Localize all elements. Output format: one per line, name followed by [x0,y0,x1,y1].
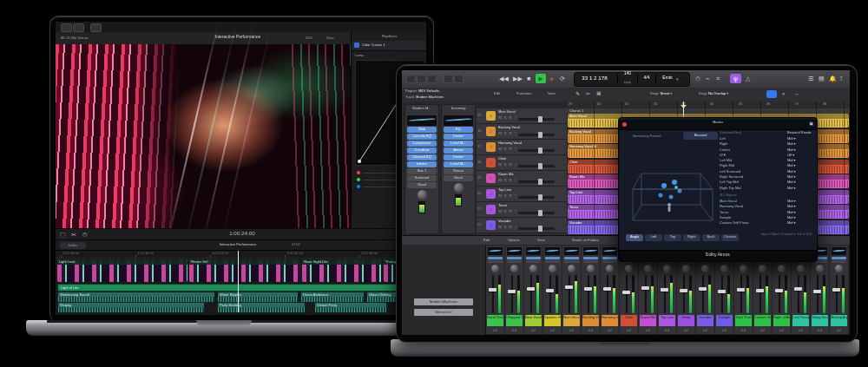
link-icon[interactable]: ▣ [809,121,813,126]
volume-slider[interactable] [518,118,555,121]
insert-slot[interactable] [583,257,598,259]
track-header-main-vocal[interactable]: 15♪Main VocalMSRI [477,108,567,124]
view-button-back[interactable]: Back [702,234,720,241]
fader-handle[interactable] [508,290,516,293]
render-mode-select[interactable]: Mid ▾ [787,220,812,226]
send-slot[interactable] [526,260,541,263]
monitoring-format-select[interactable]: Binaural [683,132,718,140]
timeline-project-name[interactable]: Interactive Performance [186,242,290,246]
track-header-tenor[interactable]: 21♪TenorMSRI [477,202,567,218]
insert-slot[interactable] [507,257,522,259]
fader-handle[interactable] [813,290,821,293]
eq-thumbnail[interactable] [583,247,598,255]
view-menu[interactable]: View [326,36,352,40]
slider-handle[interactable] [538,226,542,232]
track-s-button[interactable]: S [503,179,507,182]
volume-slider[interactable] [518,149,555,152]
mixer-strip-moving-arp[interactable]: Moving Arp0.0 [830,246,848,334]
track-i-button[interactable]: I [514,147,517,151]
track-s-button[interactable]: S [503,226,507,229]
track-i-button[interactable]: I [514,116,517,120]
catch-playhead-icon[interactable] [766,90,777,98]
fader-handle[interactable] [794,287,802,291]
channel-name-label[interactable]: Room Mic [640,315,656,326]
mixer-strip-speaker-harmonies[interactable]: Speaker Harmonies0.0 [543,246,562,334]
plugin-slot[interactable]: EQ [444,127,473,133]
channel-name-label[interactable]: Beat Vocals [525,315,542,326]
eq-thumbnail[interactable] [444,115,473,126]
plugin-slot[interactable]: Compressor [407,141,437,147]
track-i-button[interactable]: I [514,226,517,229]
track-msri-buttons[interactable]: MSRI [498,116,518,122]
timeline-ruler[interactable]: 1:00:08:001:00:16:001:00:24:001:00:32:00… [56,251,426,259]
automation-slot[interactable]: Read [444,175,473,181]
solo-icon[interactable]: △ [746,75,750,82]
slider-handle[interactable] [538,116,542,122]
track-i-button[interactable]: I [514,194,517,198]
eq-thumbnail[interactable] [407,115,437,126]
track-m-button[interactable]: M [498,210,502,213]
track-i-button[interactable]: I [514,210,517,213]
channel-name-label[interactable]: Lost Thoughts [792,315,809,326]
track-msri-buttons[interactable]: MSRI [498,132,518,138]
region-inspector-header[interactable]: Region: MIDI Defaults [405,88,489,93]
eq-thumbnail[interactable] [545,247,560,255]
send-slot[interactable] [564,260,579,263]
play-button[interactable]: ▶ [536,74,546,83]
cycle-button[interactable]: ⟳ [560,75,565,82]
channel-name-label[interactable]: Choir [621,315,637,326]
plugin-slot[interactable]: Atmos [444,147,473,154]
mixer-options-menu[interactable]: Options [508,238,537,242]
send-slot[interactable] [583,260,598,263]
track-r-button[interactable]: R [509,147,512,151]
channel-name-label[interactable]: Tenor [678,315,694,326]
channel-name-label[interactable]: Vocoder [697,315,713,326]
pan-knob[interactable] [740,265,747,272]
volume-slider[interactable] [518,165,555,167]
record-button[interactable]: ● [549,75,553,82]
track-i-button[interactable]: I [514,132,517,135]
forward-button[interactable]: ▶▶ [513,75,523,82]
mixer-track-name-label[interactable]: Modern Machines [414,298,473,305]
channel-name-label[interactable]: Top Line [659,315,675,326]
pan-knob[interactable] [454,183,464,193]
pan-knob[interactable] [529,265,537,272]
track-i-button[interactable]: I [514,163,517,167]
track-header-backing-vocal[interactable]: 16♪Backing VocalMSRI [477,124,567,140]
track-msri-buttons[interactable]: MSRI [498,163,518,169]
track-msri-buttons[interactable]: MSRI [498,226,518,232]
fader-handle[interactable] [832,288,840,292]
eq-thumbnail[interactable] [832,247,846,255]
fader-handle[interactable] [641,286,649,290]
send-slot[interactable] [507,260,522,263]
channel-name-label[interactable]: Speaker Harmonies [544,315,561,326]
automation-slot[interactable]: Read [407,182,437,188]
video-clip[interactable]: Flower Girl [189,259,300,282]
track-inspector-header[interactable]: Track: Modern Machines [405,95,489,99]
tools-menu-icon[interactable]: ✂ [71,232,76,238]
eq-thumbnail[interactable] [488,247,503,255]
slider-handle[interactable] [538,179,542,185]
mixer-strip-beat-vocals[interactable]: Beat Vocals0.0 [524,246,542,334]
volume-slider[interactable] [518,134,555,136]
skimmer-icon[interactable]: ⏱ [82,232,87,238]
channel-name-label[interactable]: Main Vocal [563,315,580,326]
channel-name-label[interactable]: Custom Soft Piano [754,315,771,326]
view-button-left[interactable]: Left [645,234,662,241]
pan-knob[interactable] [491,265,499,272]
notes-icon[interactable]: ▤ [819,75,825,82]
track-r-button[interactable]: R [509,179,512,182]
eq-thumbnail[interactable] [602,247,617,255]
channel-strip-output[interactable]: SummingEQLimiterLevel M...AtmosLimiterLe… [441,104,476,234]
mixer-strip-harmony-vocal[interactable]: Harmony Vocal0.0 [601,246,619,334]
track-s-button[interactable]: S [503,132,507,135]
plugin-slot[interactable]: Level M... [444,141,473,147]
channel-name-label[interactable]: Moving Arp [831,315,847,326]
slider-handle[interactable] [538,210,542,216]
eq-thumbnail[interactable] [526,247,541,255]
mixer-output-label[interactable]: Stereo Out [414,309,473,316]
track-header-choir[interactable]: 18♪ChoirMSRI [477,155,567,171]
track-i-button[interactable]: I [514,179,517,182]
view-button-custom[interactable]: Custom [721,234,739,241]
insert-slot[interactable] [832,257,846,259]
